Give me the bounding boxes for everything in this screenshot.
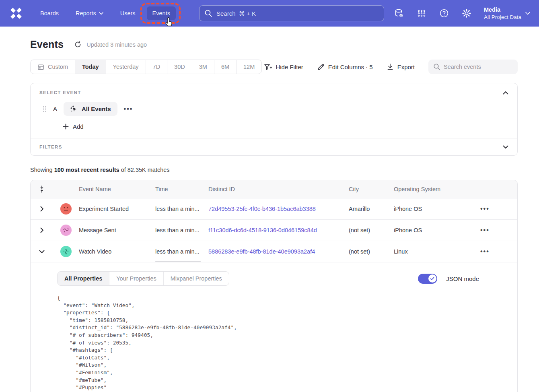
event-chip-label: All Events	[82, 105, 111, 112]
cell-distinct-id-link[interactable]: 5886283e-e9fb-48fb-81de-40e9093a2af4	[208, 248, 349, 255]
col-header-city[interactable]: City	[349, 186, 394, 192]
cell-event-name: Watch Video	[79, 248, 155, 255]
row-more-button[interactable]: •••	[477, 204, 493, 214]
nav-item-events[interactable]: Events	[147, 6, 176, 20]
summary-count: 100 most recent results	[54, 167, 119, 173]
cell-distinct-id-link[interactable]: f11c30d6-dc6d-4518-9136-0d046159c84d	[208, 227, 349, 233]
collapse-chevron-up-icon[interactable]	[503, 91, 508, 95]
event-row-letter: A	[53, 105, 64, 112]
cell-os: Linux	[394, 248, 477, 255]
segment-label: 7D	[153, 64, 160, 70]
col-header-distinct-id[interactable]: Distinct ID	[208, 186, 349, 192]
date-range-3m[interactable]: 3M	[192, 60, 214, 74]
json-mode-label: JSON mode	[446, 275, 479, 282]
tab-label: Mixpanel Properties	[171, 275, 222, 282]
col-header-os[interactable]: Operating System	[394, 186, 477, 192]
date-range-today[interactable]: Today	[75, 60, 106, 74]
top-navbar: Boards Reports Users Events	[0, 0, 539, 27]
help-icon[interactable]	[439, 8, 449, 19]
event-avatar	[60, 225, 72, 236]
tab-your-properties[interactable]: Your Properties	[109, 272, 163, 285]
edit-columns-button[interactable]: Edit Columns · 5	[317, 63, 373, 71]
pencil-icon	[317, 63, 325, 71]
add-event-button[interactable]: Add	[63, 123, 84, 130]
row-more-button[interactable]: •••	[477, 225, 493, 235]
date-range-30d[interactable]: 30D	[167, 60, 192, 74]
chevron-down-icon	[525, 12, 530, 15]
json-mode-toggle[interactable]	[418, 274, 437, 284]
export-label: Export	[397, 64, 415, 70]
segment-label: 12M	[243, 64, 255, 70]
apps-grid-icon[interactable]	[416, 8, 427, 19]
row-more-button[interactable]: •••	[477, 246, 493, 257]
tab-all-properties[interactable]: All Properties	[58, 272, 109, 285]
cell-event-name: Message Sent	[79, 227, 155, 233]
col-header-event-name[interactable]: Event Name	[79, 186, 155, 192]
cell-city: Amarillo	[349, 206, 394, 212]
plus-icon	[63, 124, 69, 130]
global-search	[199, 5, 384, 21]
date-range-control: Custom Today Yesterday 7D 30D 3M 6M 12M	[30, 60, 262, 74]
tab-label: All Properties	[64, 275, 102, 282]
drag-handle-icon[interactable]	[43, 106, 47, 112]
table-row[interactable]: Experiment Started less than a min... 72…	[31, 198, 517, 220]
select-event-section: SELECT EVENT A	[31, 83, 517, 138]
table-row-expanded[interactable]: Watch Video less than a min... 5886283e-…	[31, 241, 517, 262]
search-events	[428, 60, 518, 74]
col-header-time[interactable]: Time	[155, 186, 208, 192]
horizontal-scrollbar-thumb[interactable]	[155, 261, 201, 262]
event-selector-chip[interactable]: All Events	[64, 102, 117, 116]
refresh-button[interactable]	[74, 41, 82, 48]
primary-nav: Boards Reports Users Events	[35, 6, 181, 20]
date-range-custom[interactable]: Custom	[31, 60, 75, 74]
cell-os: iPhone OS	[394, 206, 477, 212]
hide-filter-label: Hide Filter	[276, 64, 303, 70]
filter-funnel-icon	[264, 63, 272, 71]
nav-item-reports[interactable]: Reports	[70, 6, 109, 20]
segment-label: 3M	[199, 64, 207, 70]
cell-distinct-id-link[interactable]: 72d49553-25fc-4f0c-b436-1b5ac6ab3388	[208, 206, 349, 212]
mixpanel-logo-icon[interactable]	[9, 6, 23, 21]
tab-mixpanel-properties[interactable]: Mixpanel Properties	[163, 272, 229, 285]
cell-time: less than a min...	[155, 227, 208, 233]
filters-section[interactable]: FILTERS	[31, 138, 517, 155]
event-avatar	[60, 203, 72, 215]
page-header: Events Updated 3 minutes ago	[30, 39, 518, 50]
row-collapse-chevron-down-icon[interactable]	[37, 248, 47, 256]
hide-filter-button[interactable]: Hide Filter	[264, 63, 303, 71]
global-search-input[interactable]	[199, 5, 384, 21]
calendar-icon	[37, 64, 44, 70]
export-button[interactable]: Export	[387, 63, 415, 71]
download-icon	[387, 63, 394, 71]
search-icon	[204, 9, 212, 17]
toggle-knob	[428, 274, 436, 283]
sort-arrows-icon[interactable]	[39, 185, 45, 193]
date-range-7d[interactable]: 7D	[146, 60, 167, 74]
event-row-more-button[interactable]: •••	[124, 105, 133, 113]
date-range-6m[interactable]: 6M	[214, 60, 236, 74]
chevron-down-icon	[99, 12, 103, 15]
expand-chevron-down-icon[interactable]	[503, 145, 508, 149]
edit-columns-label: Edit Columns · 5	[328, 64, 373, 70]
project-switcher[interactable]: Media All Project Data	[484, 6, 530, 21]
cell-city: (not set)	[349, 248, 394, 255]
search-events-input[interactable]	[428, 60, 518, 74]
table-header-row: Event Name Time Distinct ID City Operati…	[31, 180, 517, 198]
segment-label: Custom	[48, 64, 68, 70]
segment-label: 30D	[174, 64, 185, 70]
date-range-12m[interactable]: 12M	[236, 60, 261, 74]
segment-label: 6M	[221, 64, 229, 70]
settings-gear-icon[interactable]	[461, 8, 472, 19]
date-range-yesterday[interactable]: Yesterday	[106, 60, 146, 74]
last-updated-text: Updated 3 minutes ago	[86, 41, 147, 48]
magic-cursor-icon	[70, 105, 78, 113]
row-expand-chevron-right-icon[interactable]	[38, 225, 46, 235]
nav-item-boards[interactable]: Boards	[35, 6, 64, 20]
filters-header: FILTERS	[39, 144, 62, 149]
table-row[interactable]: Message Sent less than a min... f11c30d6…	[31, 220, 517, 241]
event-query-row: A All Events •••	[39, 102, 508, 116]
data-management-icon[interactable]	[394, 8, 404, 19]
row-expand-chevron-right-icon[interactable]	[38, 204, 46, 214]
tab-label: Your Properties	[116, 275, 156, 282]
nav-item-users[interactable]: Users	[115, 6, 141, 20]
